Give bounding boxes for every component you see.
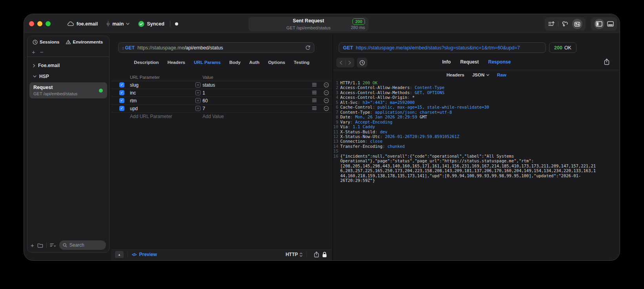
tab-environments[interactable]: Environments (66, 40, 103, 45)
line-content: Alt-Svc: h3=":443"; ma=2592000 (340, 100, 598, 105)
row-menu-icon[interactable] (312, 98, 317, 102)
add-value-placeholder[interactable]: Add Value (203, 114, 224, 119)
project-menu[interactable]: foe.email (67, 21, 98, 27)
add-item-button[interactable]: + (32, 49, 35, 55)
response-subtab-json[interactable]: JSON (472, 73, 489, 77)
remove-row-icon[interactable] (324, 98, 329, 103)
row-menu-icon[interactable] (312, 83, 317, 87)
row-menu-icon[interactable] (312, 91, 317, 95)
sidebar-tabs: Sessions Environments (27, 36, 109, 48)
footer-divider (306, 251, 307, 258)
line-number: 14 (333, 144, 340, 149)
response-line: 10Via: 1.1 Caddy (333, 124, 598, 129)
toolbar-divider-line (333, 70, 620, 70)
search-input[interactable]: Search (59, 240, 106, 250)
request-tab-testing[interactable]: Testing (294, 60, 310, 65)
response-tab-info[interactable]: Info (442, 59, 451, 65)
response-line: 12X-Status-Now-Utc: 2026-01-26T20:29:59.… (333, 134, 598, 139)
param-value[interactable]: status (203, 82, 215, 88)
session-dot-icon[interactable] (175, 22, 178, 25)
line-number: 15 (333, 149, 340, 153)
request-tab-description[interactable]: Description (134, 60, 159, 65)
line-content: HTTP/1.1 200 OK (340, 80, 598, 85)
tree-item-hsp[interactable]: HSP (27, 71, 109, 82)
line-content: Access-Control-Allow-Origin: * (340, 95, 598, 100)
tab-sessions[interactable]: Sessions (33, 40, 60, 45)
lock-icon[interactable] (322, 252, 327, 258)
project-name: foe.email (77, 21, 98, 27)
param-value[interactable]: 1 (203, 90, 205, 96)
toggle-sidebar-icon[interactable] (594, 19, 604, 29)
transfer-panel-button[interactable] (572, 19, 582, 29)
cloud-icon (67, 21, 74, 26)
param-name[interactable]: inc (130, 90, 136, 96)
close-window-button[interactable] (29, 21, 34, 26)
resend-request-icon[interactable] (305, 45, 310, 51)
param-checkbox[interactable]: ✓ (119, 82, 124, 87)
params-rows: ✓slug=status✓inc=1✓rtm=60✓upd=7 (111, 81, 332, 113)
response-subtab-raw[interactable]: Raw (497, 73, 507, 77)
request-tab-body[interactable]: Body (229, 60, 241, 65)
line-content: {"incidents":null,"overall":{"code":"ope… (340, 154, 598, 183)
request-tab-url-params[interactable]: URL Params (194, 60, 221, 65)
response-tab-request[interactable]: Request (460, 59, 479, 65)
sent-request-url-bar[interactable]: GET https://statuspage.me/api/embed/stat… (339, 42, 546, 53)
sync-status[interactable]: Synced (138, 21, 164, 27)
line-number: 13 (333, 139, 340, 144)
remove-item-button[interactable]: − (40, 49, 44, 55)
line-content: Via: 1.1 Caddy (340, 124, 598, 129)
param-value[interactable]: 60 (203, 98, 208, 104)
response-line: 14Transfer-Encoding: chunked (333, 144, 598, 149)
column-header-value: Value (203, 75, 213, 80)
search-placeholder: Search (69, 242, 84, 248)
active-request-pill[interactable]: Sent Request GET /api/embed/status 200 2… (248, 17, 369, 31)
remove-row-icon[interactable] (324, 90, 329, 95)
preview-button[interactable]: </> Preview (132, 252, 157, 257)
response-subtab-headers[interactable]: Headers (447, 73, 464, 77)
share-icon[interactable] (314, 251, 319, 258)
import-export-icon[interactable] (548, 21, 555, 27)
minimize-window-button[interactable] (37, 21, 42, 26)
request-tab-options[interactable]: Options (268, 60, 285, 65)
hooks-icon[interactable] (562, 21, 569, 27)
param-name[interactable]: slug (130, 82, 139, 88)
row-menu-icon[interactable] (312, 106, 317, 110)
param-name[interactable]: rtm (130, 98, 137, 104)
export-response-icon[interactable] (604, 58, 609, 65)
method-dropdown-icon[interactable]: ↕ (122, 45, 124, 50)
sort-options-icon[interactable] (50, 243, 56, 247)
titlebar-divider (170, 21, 170, 27)
param-checkbox[interactable]: ✓ (119, 90, 124, 95)
response-tab-response[interactable]: Response (488, 59, 511, 65)
new-folder-icon[interactable] (37, 243, 43, 248)
chevron-down-icon (33, 75, 36, 78)
response-body[interactable]: 1HTTP/1.1 200 OK2Access-Control-Allow-He… (333, 80, 598, 259)
remove-row-icon[interactable] (324, 106, 329, 111)
request-tab-auth[interactable]: Auth (249, 60, 259, 65)
response-line: 16{"incidents":null,"overall":{"code":"o… (333, 154, 598, 183)
param-name[interactable]: upd (130, 106, 138, 111)
request-tab-headers[interactable]: Headers (168, 60, 185, 65)
zoom-window-button[interactable] (46, 21, 51, 26)
protocol-selector[interactable]: HTTP (286, 252, 303, 257)
tree-item-foe-email[interactable]: Foe.email (27, 60, 109, 71)
branch-menu[interactable]: main (106, 21, 130, 27)
request-url-bar[interactable]: ↕ GET https://statuspage.me/api/embed/st… (118, 42, 314, 53)
request-status-dot (99, 89, 103, 93)
param-checkbox[interactable]: ✓ (119, 106, 124, 111)
tab-environments-label: Environments (73, 40, 103, 44)
add-param-placeholder[interactable]: Add URL Parameter (130, 114, 172, 119)
remove-row-icon[interactable] (324, 82, 329, 87)
new-request-button[interactable]: + (31, 242, 34, 248)
toggle-bottom-panel-icon[interactable] (607, 21, 614, 27)
line-number: 10 (333, 124, 340, 129)
param-checkbox[interactable]: ✓ (119, 98, 124, 103)
equals-icon: = (195, 90, 201, 95)
toolbar-actions-group (545, 17, 586, 31)
line-number: 11 (333, 129, 340, 134)
expand-panel-button[interactable]: ▲ (115, 251, 124, 258)
tree-request-item-selected[interactable]: Request GET /api/embed/status (29, 82, 107, 98)
bottom-bar-divider (46, 242, 47, 248)
request-method[interactable]: GET (125, 45, 135, 51)
param-value[interactable]: 7 (203, 106, 205, 111)
